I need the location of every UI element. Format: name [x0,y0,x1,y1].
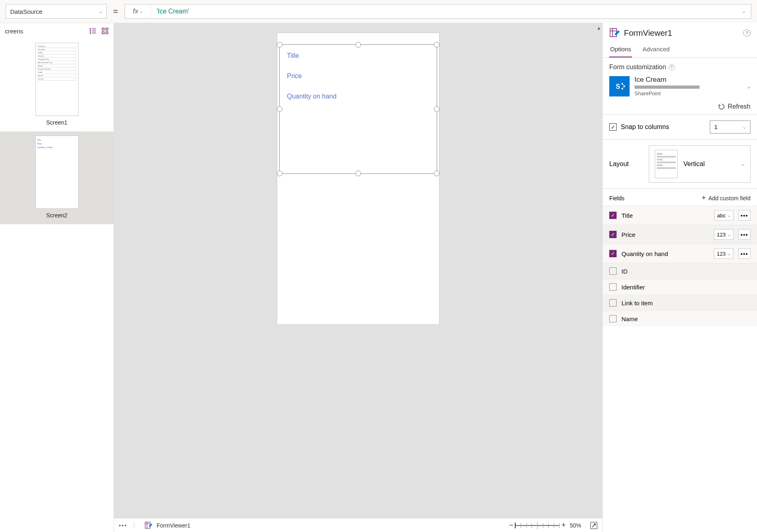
svg-text:S: S [616,83,620,90]
resize-handle[interactable] [434,171,440,176]
screen-item[interactable]: TitlePriceQuantity on handScreen2 [0,131,114,224]
zoom-out-icon[interactable]: − [509,521,514,530]
screen-item[interactable]: Strawberry›Chocolate›Vanilla›Pistachio›C… [0,39,114,131]
list-view-icon[interactable] [89,27,96,35]
equals-sign: = [111,7,120,16]
zoom-slider[interactable] [515,525,560,526]
chevron-down-icon: ⌵ [742,161,744,167]
property-selector[interactable]: DataSource ⌵ [6,4,107,19]
form-customization-section: Form customization ? S Ice Cream SharePo… [603,58,757,99]
help-icon[interactable]: ? [743,29,750,37]
fit-to-window-icon[interactable] [590,522,597,529]
field-row[interactable]: ID [603,263,757,279]
formula-input[interactable]: 'Ice Cream' ⌵ [151,4,751,18]
scroll-up-icon[interactable]: ▴ [597,24,600,31]
datasource-type: SharePoint [634,90,742,96]
field-name: ID [621,268,750,275]
field-type-select[interactable]: 123⌵ [714,248,733,259]
tab-options[interactable]: Options [609,42,632,57]
datasource-name: Ice Cream [634,76,742,84]
field-more-button[interactable]: ••• [738,210,750,221]
field-checkbox[interactable] [609,231,617,238]
resize-handle[interactable] [434,106,440,112]
resize-handle[interactable] [277,171,282,176]
more-icon[interactable]: ••• [119,522,127,529]
field-checkbox[interactable] [609,283,617,291]
columns-select[interactable]: 1 ⌵ [710,120,750,134]
chevron-down-icon: ⌵ [728,212,731,218]
datasource-selector[interactable]: S Ice Cream SharePoint ⌵ [609,76,750,96]
field-checkbox[interactable] [609,212,617,219]
fields-header: Fields + Add custom field [603,189,757,206]
svg-rect-7 [106,28,108,30]
field-checkbox[interactable] [609,299,617,307]
layout-label: Layout [609,160,629,168]
canvas[interactable]: TitlePriceQuantity on hand ▴ ▾ [114,23,602,532]
svg-point-2 [90,31,91,31]
snap-checkbox[interactable] [609,123,617,131]
properties-tabs: Options Advanced [603,42,757,58]
form-viewer[interactable]: TitlePriceQuantity on hand [279,44,437,174]
field-row[interactable]: Quantity on hand123⌵••• [603,244,757,263]
add-custom-field-button[interactable]: + Add custom field [702,194,750,202]
field-more-button[interactable]: ••• [738,229,750,240]
sharepoint-icon: S [609,76,630,96]
screens-header: creens [0,23,114,39]
screen-label: Screen1 [0,119,114,126]
layout-section: Layout Vertical ⌵ [603,140,757,189]
fields-label: Fields [609,195,624,201]
field-row[interactable]: Price123⌵••• [603,225,757,244]
chevron-down-icon: ⌵ [728,232,731,237]
screen-thumbnail: TitlePriceQuantity on hand [35,136,79,209]
svg-rect-9 [106,32,108,34]
svg-rect-8 [102,32,104,34]
field-row[interactable]: Identifier [603,279,757,295]
svg-rect-10 [610,28,617,37]
layout-value: Vertical [683,160,736,168]
field-checkbox[interactable] [609,315,617,322]
chevron-down-icon: ⌵ [743,124,746,130]
field-type-select[interactable]: abc⌵ [714,210,733,221]
help-icon[interactable]: ? [669,64,675,70]
field-row[interactable]: Titleabc⌵••• [603,206,757,225]
form-field-label[interactable]: Price [280,65,437,85]
canvas-scrollbar[interactable]: ▴ ▾ [595,23,602,532]
svg-rect-6 [102,28,104,30]
resize-handle[interactable] [355,171,361,176]
field-checkbox[interactable] [609,267,617,275]
field-checkbox[interactable] [609,250,617,257]
form-field-label[interactable]: Title [280,45,437,65]
resize-handle[interactable] [355,42,361,48]
grid-view-icon[interactable] [101,27,109,35]
resize-handle[interactable] [434,42,440,48]
chevron-down-icon: ⌵ [742,9,745,14]
zoom-control[interactable]: − + 50% [509,521,581,530]
zoom-in-icon[interactable]: + [561,521,566,530]
chevron-down-icon: ⌵ [140,9,142,14]
field-name: Name [621,315,750,322]
formula-input-wrap: fx ⌵ 'Ice Cream' ⌵ [125,4,751,19]
selection-name[interactable]: FormViewer1 [157,522,190,529]
chevron-down-icon: ⌵ [99,9,102,14]
fx-icon[interactable]: fx ⌵ [125,4,151,18]
chevron-down-icon: ⌵ [747,83,750,90]
phone-frame: TitlePriceQuantity on hand [277,33,440,325]
svg-point-4 [90,33,91,33]
form-field-label[interactable]: Quantity on hand [280,85,437,106]
layout-selector[interactable]: Vertical ⌵ [649,145,750,183]
refresh-button[interactable]: Refresh [603,99,757,114]
resize-handle[interactable] [277,106,282,112]
properties-panel: FormViewer1 ? Options Advanced Form cust… [602,23,757,532]
tab-advanced[interactable]: Advanced [642,42,671,57]
resize-handle[interactable] [277,42,282,48]
field-name: Price [621,231,709,238]
field-more-button[interactable]: ••• [738,248,750,259]
form-icon [609,28,620,38]
svg-rect-18 [145,522,150,528]
property-selector-label: DataSource [10,8,42,15]
field-row[interactable]: Link to item [603,295,757,311]
section-title: Form customization [609,63,666,71]
field-row[interactable]: Name [603,311,757,326]
field-type-select[interactable]: 123⌵ [714,229,733,240]
zoom-value: 50% [570,522,581,529]
